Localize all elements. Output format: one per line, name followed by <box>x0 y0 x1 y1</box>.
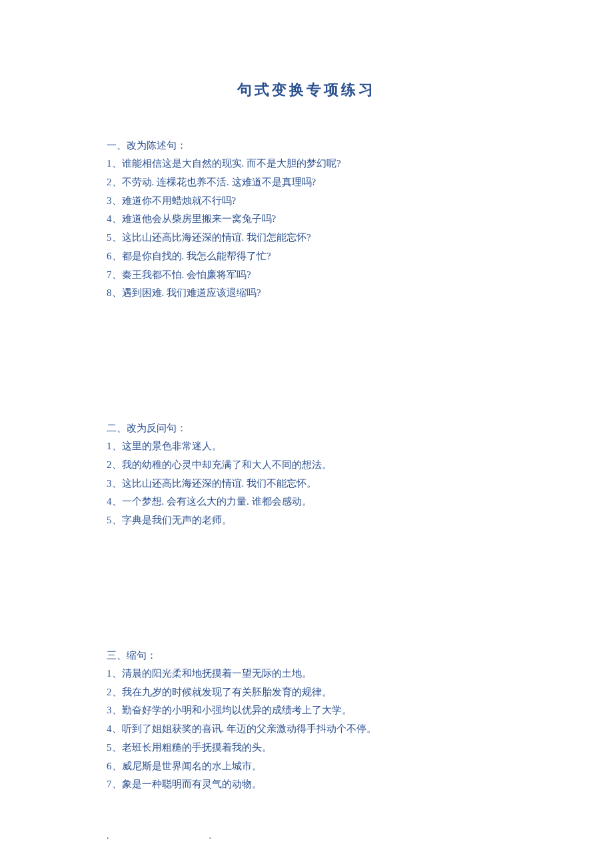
list-item: 2、我在九岁的时候就发现了有关胚胎发育的规律。 <box>107 683 506 702</box>
list-item: 4、难道他会从柴房里搬来一窝兔子吗? <box>107 210 506 229</box>
section-3-heading: 三、缩句： <box>107 647 506 665</box>
document-page: 句式变换专项练习 一、改为陈述句： 1、谁能相信这是大自然的现实. 而不是大胆的… <box>0 0 613 821</box>
list-item: 2、不劳动. 连棵花也养不活. 这难道不是真理吗? <box>107 173 506 192</box>
section-1: 一、改为陈述句： 1、谁能相信这是大自然的现实. 而不是大胆的梦幻呢? 2、不劳… <box>107 137 506 303</box>
list-item: 1、谁能相信这是大自然的现实. 而不是大胆的梦幻呢? <box>107 155 506 173</box>
list-item: 4、一个梦想. 会有这么大的力量. 谁都会感动。 <box>107 493 506 511</box>
list-item: 6、都是你自找的. 我怎么能帮得了忙? <box>107 247 506 266</box>
page-title: 句式变换专项练习 <box>107 80 506 100</box>
list-item: 4、听到了姐姐获奖的喜讯. 年迈的父亲激动得手抖动个不停。 <box>107 720 506 739</box>
footer-dot: . <box>209 831 212 841</box>
list-item: 8、遇到困难. 我们难道应该退缩吗? <box>107 284 506 303</box>
list-item: 7、秦王我都不怕. 会怕廉将军吗? <box>107 266 506 285</box>
section-2: 二、改为反问句： 1、这里的景色非常迷人。 2、我的幼稚的心灵中却充满了和大人不… <box>107 419 506 530</box>
section-3: 三、缩句： 1、清晨的阳光柔和地抚摸着一望无际的土地。 2、我在九岁的时候就发现… <box>107 647 506 794</box>
list-item: 6、威尼斯是世界闻名的水上城市。 <box>107 757 506 776</box>
section-1-heading: 一、改为陈述句： <box>107 137 506 155</box>
list-item: 1、这里的景色非常迷人。 <box>107 437 506 456</box>
list-item: 1、清晨的阳光柔和地抚摸着一望无际的土地。 <box>107 665 506 683</box>
list-item: 3、这比山还高比海还深的情谊. 我们不能忘怀。 <box>107 475 506 493</box>
list-item: 3、勤奋好学的小明和小强均以优异的成绩考上了大学。 <box>107 701 506 720</box>
list-item: 5、老班长用粗糙的手抚摸着我的头。 <box>107 739 506 757</box>
list-item: 3、难道你不用蜡烛就不行吗? <box>107 192 506 211</box>
section-2-heading: 二、改为反问句： <box>107 419 506 437</box>
list-item: 2、我的幼稚的心灵中却充满了和大人不同的想法。 <box>107 456 506 475</box>
list-item: 7、象是一种聪明而有灵气的动物。 <box>107 775 506 794</box>
list-item: 5、字典是我们无声的老师。 <box>107 511 506 530</box>
footer-marks: . . <box>107 831 306 841</box>
footer-dot: . <box>107 831 109 841</box>
list-item: 5、这比山还高比海还深的情谊. 我们怎能忘怀? <box>107 229 506 247</box>
